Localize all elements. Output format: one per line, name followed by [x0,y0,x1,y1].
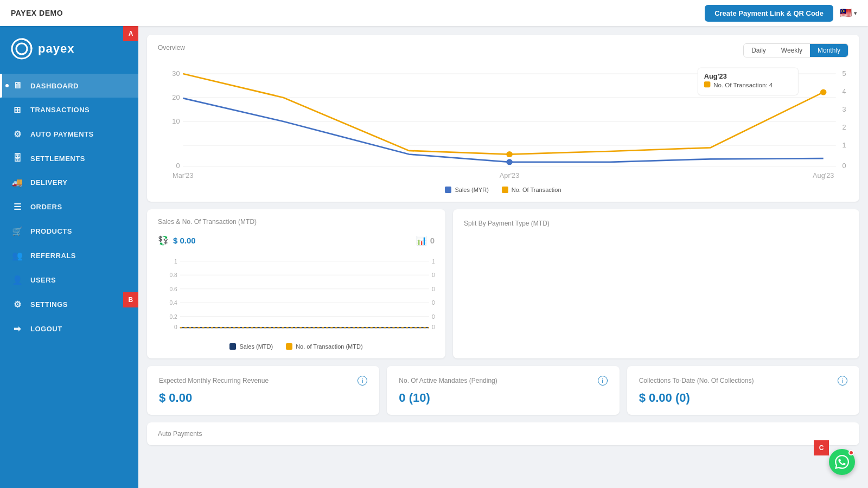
metric-recurring-revenue: Expected Monthly Recurring Revenue i $ 0… [147,366,379,415]
whatsapp-button[interactable] [829,449,855,475]
sidebar-label-dashboard: DASHBOARD [30,82,79,90]
auto-payments-icon: ⚙ [12,129,23,139]
whatsapp-icon [835,455,849,469]
legend-sales-swatch [445,187,451,193]
delivery-icon: 🚚 [12,177,23,188]
sales-mtd-card: Sales & No. Of Transaction (MTD) 💱 $ 0.0… [147,209,445,358]
metric-label-2: Collections To-Date (No. Of Collections) [639,377,754,384]
sidebar: A payex 🖥 DASHBOARD ⊞ TRANSACTIONS ⚙ [0,26,138,488]
sidebar-label-transactions: TRANSACTIONS [30,106,90,114]
svg-text:0.2: 0.2 [432,314,435,320]
sidebar-item-settlements[interactable]: 🗄 SETTLEMENTS [0,146,138,170]
legend-txn-label: No. Of Transaction [512,187,561,193]
sidebar-label-settlements: SETTLEMENTS [30,155,85,163]
svg-text:1: 1 [842,142,846,150]
logo-text: payex [38,42,74,56]
sidebar-label-auto-payments: AUTO PAYMENTS [30,130,94,138]
svg-text:0: 0 [176,162,180,170]
overview-title: Overview [158,44,185,52]
svg-text:0: 0 [432,324,435,330]
svg-text:30: 30 [172,70,180,78]
info-icon-0[interactable]: i [358,376,367,386]
mtd-legend: Sales (MTD) No. of Transaction (MTD) [158,343,435,350]
sidebar-label-products: PRODUCTS [30,227,72,235]
create-payment-button[interactable]: Create Payment Link & QR Code [705,5,833,22]
logout-icon: ➡ [12,324,23,334]
sidebar-label-referrals: REFERRALS [30,252,76,260]
metric-label-1: No. Of Active Mandates (Pending) [399,377,497,384]
sidebar-item-referrals[interactable]: 👥 REFERRALS [0,243,138,268]
whatsapp-notification-dot [848,450,854,455]
svg-text:1.0: 1.0 [432,259,435,265]
legend-sales-mtd-label: Sales (MTD) [239,343,273,350]
bottom-metrics-row: Expected Monthly Recurring Revenue i $ 0… [147,366,859,415]
svg-rect-23 [698,68,798,95]
metric-header-0: Expected Monthly Recurring Revenue i [159,376,367,386]
info-icon-2[interactable]: i [838,376,847,386]
legend-txn-mtd-label: No. of Transaction (MTD) [296,343,362,350]
sidebar-item-users[interactable]: 👤 USERS [0,268,138,292]
sidebar-item-dashboard[interactable]: 🖥 DASHBOARD [0,74,138,98]
svg-text:3: 3 [842,106,846,114]
legend-sales-mtd: Sales (MTD) [229,343,273,350]
badge-a: A [123,26,138,41]
svg-text:10: 10 [172,118,180,126]
transactions-icon: ⊞ [12,105,23,115]
badge-c: C [814,440,829,455]
svg-text:0.2: 0.2 [170,314,177,320]
svg-text:Apr'23: Apr'23 [500,172,519,180]
main-layout: A payex 🖥 DASHBOARD ⊞ TRANSACTIONS ⚙ [0,26,868,488]
legend-txn-mtd-swatch [286,343,292,350]
svg-text:0.4: 0.4 [432,300,435,306]
auto-payments-label: Auto Payments [158,430,202,438]
svg-text:2: 2 [842,124,846,132]
sidebar-item-logout[interactable]: ➡ LOGOUT [0,317,138,341]
svg-text:Mar'23: Mar'23 [173,172,194,180]
chevron-down-icon: ▾ [854,10,857,17]
dashboard-icon: 🖥 [12,81,23,91]
mtd-values-row: 💱 $ 0.00 📊 0 [158,235,435,246]
settings-icon: ⚙ [12,299,23,310]
sales-mtd-title: Sales & No. Of Transaction (MTD) [158,218,257,226]
sidebar-label-users: USERS [30,276,56,284]
svg-text:0.8: 0.8 [432,272,435,278]
sidebar-label-logout: LOGOUT [30,325,62,333]
svg-text:0.6: 0.6 [432,286,435,292]
svg-text:20: 20 [172,94,180,102]
flag-button[interactable]: 🇲🇾 ▾ [840,7,857,19]
app-title: PAYEX DEMO [11,9,63,17]
sidebar-item-orders[interactable]: ☰ ORDERS [0,195,138,219]
svg-text:0: 0 [842,162,846,170]
sidebar-nav: 🖥 DASHBOARD ⊞ TRANSACTIONS ⚙ AUTO PAYMEN… [0,69,138,488]
period-weekly[interactable]: Weekly [774,44,810,57]
users-icon: 👤 [12,275,23,285]
overview-chart-legend: Sales (MYR) No. Of Transaction [158,187,848,193]
mtd-txn-count: 📊 0 [416,235,435,246]
metric-collections: Collections To-Date (No. Of Collections)… [627,366,859,415]
sidebar-item-auto-payments[interactable]: ⚙ AUTO PAYMENTS [0,122,138,146]
sidebar-item-products[interactable]: 🛒 PRODUCTS [0,219,138,243]
svg-point-18 [506,151,513,157]
active-indicator [5,84,9,87]
sidebar-item-delivery[interactable]: 🚚 DELIVERY [0,170,138,195]
period-monthly[interactable]: Monthly [810,44,848,57]
metric-header-1: No. Of Active Mandates (Pending) i [399,376,607,386]
sidebar-label-settings: SETTINGS [30,300,68,309]
svg-point-19 [506,159,513,165]
period-daily[interactable]: Daily [744,44,774,57]
sidebar-item-settings[interactable]: ⚙ SETTINGS B [0,292,138,317]
sales-mtd-header: Sales & No. Of Transaction (MTD) [158,218,435,231]
split-payment-title: Split By Payment Type (MTD) [464,220,550,227]
svg-text:0: 0 [174,324,177,330]
svg-text:Aug'23: Aug'23 [704,73,727,80]
info-icon-1[interactable]: i [598,376,608,386]
svg-text:0.8: 0.8 [170,272,177,278]
svg-rect-25 [704,81,711,87]
legend-txn: No. Of Transaction [502,187,561,193]
mtd-chart-svg: 1 0.8 0.6 0.4 0.2 0 1.0 0.8 0.6 0.4 0.2 … [158,251,435,338]
auto-payments-bar: Auto Payments [147,422,859,445]
bar-chart-icon: 📊 [416,235,427,246]
sidebar-item-transactions[interactable]: ⊞ TRANSACTIONS [0,98,138,122]
legend-txn-mtd: No. of Transaction (MTD) [286,343,362,350]
metric-value-1: 0 (10) [399,391,607,405]
